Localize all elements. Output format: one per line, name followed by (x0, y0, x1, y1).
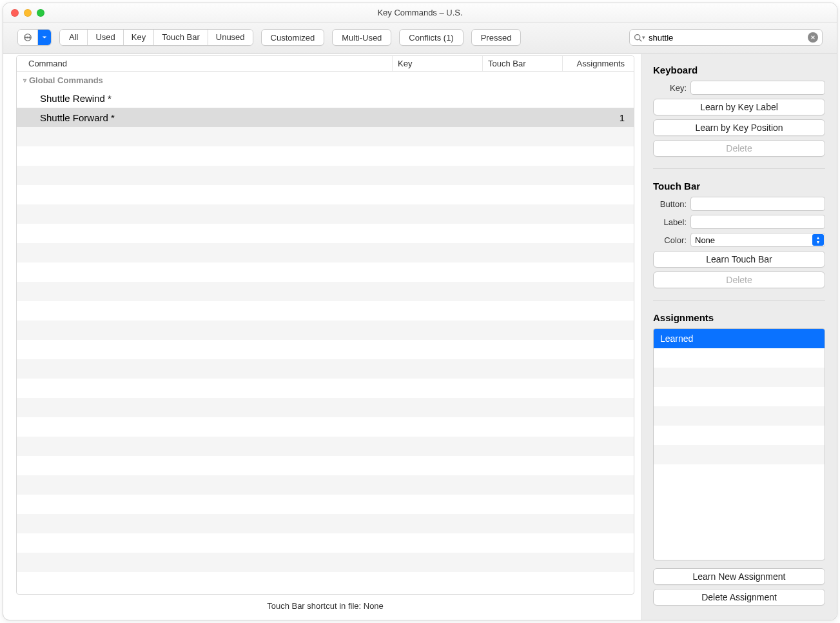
select-arrows-icon: ▲▼ (812, 234, 824, 246)
filter-key[interactable]: Key (124, 30, 154, 45)
tb-button-input[interactable] (690, 197, 825, 211)
empty-row (17, 146, 634, 166)
assignment-row[interactable] (654, 387, 825, 406)
assignment-row[interactable] (654, 368, 825, 387)
empty-row (17, 204, 634, 224)
customized-button[interactable]: Customized (261, 29, 325, 46)
disclosure-icon: ▿ (23, 77, 26, 84)
learn-touch-bar-button[interactable]: Learn Touch Bar (653, 251, 825, 268)
options-menu[interactable] (17, 29, 52, 46)
conflicts-button[interactable]: Conflicts (1) (399, 29, 463, 46)
left-pane: Command Key Touch Bar Assignments ▿Globa… (3, 54, 641, 620)
options-icon[interactable] (18, 30, 38, 45)
svg-point-1 (27, 37, 28, 38)
separator (653, 300, 825, 301)
table-header: Command Key Touch Bar Assignments (17, 56, 634, 72)
cell-command: Shuttle Rewind * (17, 93, 393, 104)
close-window-button[interactable] (11, 9, 19, 17)
search-scope-dropdown-icon[interactable]: ▾ (642, 34, 645, 41)
assignments-section-title: Assignments (653, 308, 825, 328)
empty-row (17, 495, 634, 514)
titlebar: Key Commands – U.S. (3, 3, 837, 23)
keyboard-section-title: Keyboard (653, 61, 825, 81)
empty-row (17, 359, 634, 379)
empty-row (17, 301, 634, 321)
search-icon (634, 33, 643, 42)
col-key[interactable]: Key (393, 56, 483, 71)
inspector-sidebar: Keyboard Key: Learn by Key Label Learn b… (641, 54, 837, 620)
empty-row (17, 398, 634, 417)
tb-label-row: Label: (653, 215, 825, 229)
empty-row (17, 166, 634, 185)
filter-used[interactable]: Used (88, 30, 123, 45)
tb-label-input[interactable] (690, 215, 825, 229)
table-body: ▿Global CommandsShuttle Rewind *Shuttle … (17, 72, 634, 594)
assignment-row[interactable] (654, 426, 825, 445)
minimize-window-button[interactable] (24, 9, 32, 17)
table-row[interactable]: Shuttle Rewind * (17, 88, 634, 108)
toolbar: All Used Key Touch Bar Unused Customized… (3, 23, 837, 54)
tb-color-label: Color: (653, 235, 690, 245)
separator (653, 168, 825, 169)
key-commands-window: Key Commands – U.S. All Used Key Touch B… (3, 3, 837, 620)
clear-search-button[interactable] (808, 32, 818, 43)
search-input[interactable] (646, 33, 808, 43)
assignment-row[interactable]: Learned (654, 329, 825, 348)
options-dropdown-icon[interactable] (38, 30, 51, 45)
tb-label-label: Label: (653, 217, 690, 227)
tb-color-value: None (695, 235, 715, 245)
tb-color-row: Color: None ▲▼ (653, 233, 825, 247)
svg-point-3 (29, 37, 30, 38)
empty-row (17, 224, 634, 243)
zoom-window-button[interactable] (37, 9, 44, 17)
keyboard-delete-button[interactable]: Delete (653, 140, 825, 157)
empty-row (17, 262, 634, 282)
key-field-row: Key: (653, 81, 825, 95)
empty-row (17, 185, 634, 204)
empty-row (17, 340, 634, 359)
key-label: Key: (653, 83, 690, 93)
assignment-row[interactable] (654, 445, 825, 464)
col-command[interactable]: Command (17, 56, 393, 71)
table-row[interactable]: Shuttle Forward *1 (17, 108, 634, 127)
tb-button-row: Button: (653, 197, 825, 211)
search-field[interactable]: ▾ (629, 29, 823, 46)
touchbar-delete-button[interactable]: Delete (653, 272, 825, 288)
assignments-list[interactable]: Learned (653, 328, 825, 560)
tb-color-select[interactable]: None ▲▼ (690, 233, 825, 247)
svg-point-2 (25, 37, 26, 38)
traffic-lights (3, 9, 44, 17)
cell-command: Shuttle Forward * (17, 112, 393, 123)
touchbar-section-title: Touch Bar (653, 177, 825, 197)
pressed-button[interactable]: Pressed (471, 29, 522, 46)
col-assignments[interactable]: Assignments (563, 56, 634, 71)
empty-row (17, 533, 634, 553)
col-touchbar[interactable]: Touch Bar (483, 56, 563, 71)
empty-row (17, 127, 634, 146)
cell-assignments: 1 (563, 112, 634, 123)
key-input[interactable] (690, 81, 825, 95)
window-title: Key Commands – U.S. (3, 8, 837, 17)
multi-used-button[interactable]: Multi-Used (332, 29, 391, 46)
empty-row (17, 321, 634, 340)
tb-button-label: Button: (653, 199, 690, 209)
assignment-row[interactable] (654, 348, 825, 368)
learn-by-key-label-button[interactable]: Learn by Key Label (653, 99, 825, 115)
commands-table: Command Key Touch Bar Assignments ▿Globa… (16, 55, 634, 595)
empty-row (17, 553, 634, 572)
group-name: Global Commands (29, 75, 103, 85)
svg-point-4 (635, 34, 640, 39)
filter-unused[interactable]: Unused (208, 30, 253, 45)
empty-row (17, 437, 634, 456)
empty-row (17, 379, 634, 398)
group-row[interactable]: ▿Global Commands (17, 72, 634, 88)
empty-row (17, 243, 634, 262)
filter-all[interactable]: All (60, 30, 88, 45)
learn-new-assignment-button[interactable]: Learn New Assignment (653, 568, 825, 585)
assignment-row[interactable] (654, 406, 825, 426)
empty-row (17, 282, 634, 301)
delete-assignment-button[interactable]: Delete Assignment (653, 589, 825, 606)
learn-by-key-position-button[interactable]: Learn by Key Position (653, 119, 825, 136)
filter-touchbar[interactable]: Touch Bar (154, 30, 208, 45)
body: Command Key Touch Bar Assignments ▿Globa… (3, 54, 837, 620)
